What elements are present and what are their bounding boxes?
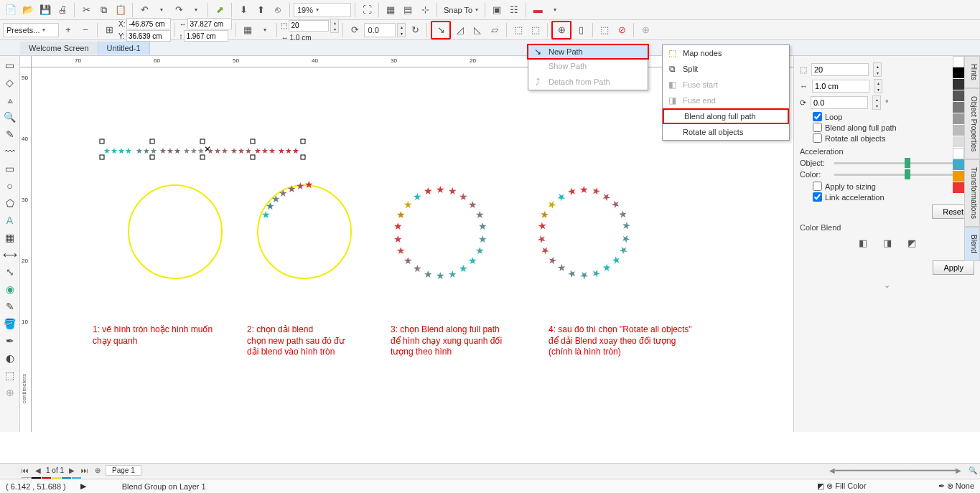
pick-tool-icon[interactable]: ▭: [2, 57, 18, 73]
new-file-icon[interactable]: 📄: [3, 2, 19, 18]
apply-sizing-checkbox[interactable]: [813, 182, 822, 191]
app-launch-icon[interactable]: ▬: [530, 2, 546, 18]
blend-btn8[interactable]: ▯: [573, 22, 589, 38]
loop-icon[interactable]: ↻: [407, 22, 423, 38]
blend-btn4[interactable]: ▱: [487, 22, 503, 38]
clear-blend-icon[interactable]: ⊘: [614, 22, 630, 38]
page-last-icon[interactable]: ⏭: [80, 466, 90, 474]
docker-tab-blend[interactable]: Blend: [964, 227, 980, 261]
shape-tool-icon[interactable]: ◇: [2, 75, 18, 90]
publish-icon[interactable]: ⎋: [270, 2, 286, 18]
options2-icon[interactable]: ☷: [506, 2, 522, 18]
grid-icon[interactable]: ▤: [400, 2, 416, 18]
direction-icon[interactable]: ⟳: [347, 22, 363, 38]
color-black[interactable]: [953, 67, 964, 79]
redo-icon[interactable]: ↷: [171, 2, 187, 18]
zoom-dropdown[interactable]: 19% ▾: [294, 3, 351, 17]
ellipse-tool-icon[interactable]: ○: [2, 178, 18, 194]
height-input[interactable]: [184, 30, 228, 42]
color-dk1[interactable]: [953, 79, 964, 90]
guides-icon[interactable]: ⊹: [417, 2, 433, 18]
menu-detach-path[interactable]: ⤴Detach from Path: [528, 74, 648, 90]
zoom-tool-icon[interactable]: 🔍: [2, 109, 18, 125]
ruler-icon[interactable]: ▦: [383, 2, 398, 18]
extra-tool-icon[interactable]: ⬚: [2, 367, 18, 383]
outline-tool-icon[interactable]: ✒: [2, 333, 18, 349]
fill-indicator[interactable]: ◩ ⊗ Fill Color: [817, 482, 867, 491]
options1-icon[interactable]: ▣: [489, 2, 505, 18]
undo-drop-icon[interactable]: ▾: [154, 2, 169, 18]
tab-welcome[interactable]: Welcome Screen: [20, 42, 98, 55]
x-input[interactable]: [126, 18, 171, 29]
menu-blend-full-path[interactable]: Blend along full path: [663, 108, 789, 124]
blend-type-icon[interactable]: ▦: [240, 22, 256, 38]
import-icon[interactable]: ⬇: [235, 2, 251, 18]
menu-split[interactable]: ⧉Split: [663, 61, 789, 77]
color-gray4[interactable]: [953, 136, 964, 148]
color-cyan[interactable]: [953, 159, 964, 171]
add-preset-icon[interactable]: +: [60, 22, 76, 38]
color-red[interactable]: [953, 182, 964, 194]
docker-steps-input[interactable]: [811, 63, 869, 76]
docker-dist-spinner[interactable]: ▴▾: [874, 79, 882, 93]
launch-icon[interactable]: ⬈: [212, 2, 228, 18]
artistic-tool-icon[interactable]: 〰: [2, 144, 18, 159]
text-tool-icon[interactable]: A: [2, 212, 18, 228]
color-dk2[interactable]: [953, 90, 964, 102]
remove-preset-icon[interactable]: −: [78, 22, 93, 38]
page-tab[interactable]: Page 1: [106, 465, 141, 476]
position-icon[interactable]: ⊞: [101, 22, 117, 38]
print-icon[interactable]: 🖨: [55, 2, 70, 18]
docker-angle-input[interactable]: [811, 96, 868, 109]
menu-fuse-start[interactable]: ◧Fuse start: [663, 77, 789, 93]
menu-fuse-end[interactable]: ◨Fuse end: [663, 93, 789, 108]
paste-icon[interactable]: 📋: [113, 2, 129, 18]
blend-btn9[interactable]: ⬚: [597, 22, 612, 38]
menu-map-nodes[interactable]: ⬚Map nodes: [663, 45, 789, 61]
apply-button[interactable]: Apply: [933, 260, 974, 275]
menu-new-path[interactable]: ↘New Path: [527, 44, 649, 60]
blend-btn5[interactable]: ⬚: [510, 22, 526, 38]
page-first-icon[interactable]: ⏮: [20, 466, 30, 474]
menu-show-path[interactable]: Show Path: [528, 58, 648, 74]
freehand-tool-icon[interactable]: ✎: [2, 126, 18, 142]
page-prev-icon[interactable]: ◀: [33, 466, 43, 474]
expand-tools-icon[interactable]: ⊕: [2, 385, 18, 400]
ruler-vertical[interactable]: 50 40 30 20 10 centimeters: [20, 67, 32, 432]
tab-untitled[interactable]: Untitled-1: [98, 42, 150, 55]
color-blend-3-icon[interactable]: ◩: [904, 235, 920, 250]
blend-btn2[interactable]: ◿: [452, 22, 468, 38]
open-file-icon[interactable]: 📂: [20, 2, 36, 18]
effects-tool-icon[interactable]: ◉: [2, 281, 18, 297]
undo-icon[interactable]: ↶: [136, 2, 152, 18]
docker-tab-transformations[interactable]: Transformations: [964, 159, 980, 227]
rectangle-tool-icon[interactable]: ▭: [2, 161, 18, 177]
docker-tab-properties[interactable]: Object Properties: [964, 88, 980, 159]
docker-angle-spinner[interactable]: ▴▾: [872, 95, 881, 110]
angle-spinner[interactable]: ▴▾: [397, 23, 406, 37]
export-icon[interactable]: ⬆: [253, 2, 269, 18]
angle-input[interactable]: 0.0: [364, 23, 396, 37]
fill-tool-icon[interactable]: 🪣: [2, 316, 18, 332]
outline-indicator[interactable]: ✒ ⊗ None: [938, 482, 974, 491]
more-blend-options-button[interactable]: ⊕: [551, 21, 571, 39]
loop-checkbox[interactable]: [813, 112, 822, 121]
app-drop-icon[interactable]: ▾: [547, 2, 563, 18]
fullscreen-icon[interactable]: ⛶: [359, 2, 375, 18]
color-none[interactable]: [953, 56, 964, 67]
link-accel-checkbox[interactable]: [813, 192, 822, 202]
color-gray3[interactable]: [953, 125, 964, 136]
presets-dropdown[interactable]: Presets... ▾: [3, 23, 59, 37]
page-next-icon[interactable]: ▶: [67, 466, 77, 474]
color-gray2[interactable]: [953, 113, 964, 125]
blend-full-checkbox[interactable]: [813, 123, 822, 132]
connector-tool-icon[interactable]: ⤡: [2, 264, 18, 280]
color-blend-1-icon[interactable]: ◧: [855, 235, 871, 250]
crop-tool-icon[interactable]: ⟁: [2, 92, 18, 108]
copy-icon[interactable]: ⧉: [95, 2, 111, 18]
collapse-icon[interactable]: ⌄: [800, 281, 974, 290]
docker-steps-spinner[interactable]: ▴▾: [873, 62, 882, 77]
color-white[interactable]: [953, 148, 964, 159]
polygon-tool-icon[interactable]: ⬠: [2, 195, 18, 211]
menu-rotate-all[interactable]: Rotate all objects: [663, 124, 789, 140]
